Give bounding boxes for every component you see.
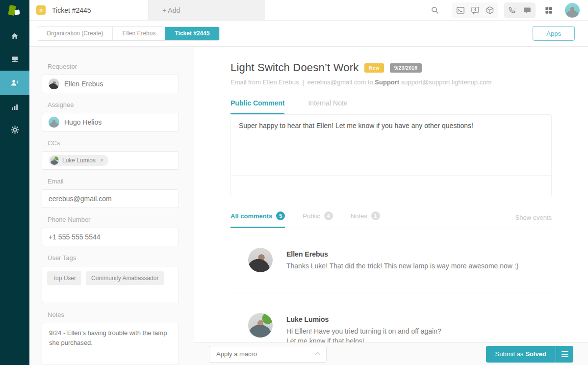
assignee-value: Hugo Helios xyxy=(64,118,102,126)
comment-item: Ellen Erebus Thanks Luke! That did the t… xyxy=(230,228,552,293)
date-badge: 9/23/2016 xyxy=(390,63,422,73)
ticket-content: Light Switch Doesn’t Work New 9/23/2016 … xyxy=(194,47,588,342)
add-tab-button[interactable]: + Add xyxy=(149,0,265,20)
apps-grid-icon xyxy=(544,6,553,15)
tab-note-comments[interactable]: Notes 1 xyxy=(351,211,380,228)
nav-home-button[interactable] xyxy=(0,25,29,48)
ticket-title: Light Switch Doesn’t Work xyxy=(230,61,358,74)
tab-public-comments[interactable]: Public 4 xyxy=(303,211,332,228)
email-label: Email xyxy=(48,178,179,185)
tab-internal-note[interactable]: Internal Note xyxy=(308,99,347,114)
search-icon xyxy=(431,6,439,15)
submit-options-button[interactable] xyxy=(556,346,573,363)
apps-grid-button[interactable] xyxy=(541,3,556,18)
nav-customers-button[interactable] xyxy=(0,71,29,95)
email-field[interactable]: eerebus@gmail.com xyxy=(42,189,179,208)
home-icon xyxy=(10,32,19,41)
comment-textarea[interactable]: Super happy to hear that Ellen! Let me k… xyxy=(231,115,551,175)
phone-button[interactable] xyxy=(505,3,520,18)
user-tags-label: User Tags xyxy=(48,254,179,261)
search-button[interactable] xyxy=(428,3,442,18)
menu-icon-bar xyxy=(562,356,568,357)
ticket-favicon: n xyxy=(36,5,46,15)
show-events-link[interactable]: Show events xyxy=(515,214,552,228)
add-tab-label: + Add xyxy=(162,6,180,14)
macro-select[interactable]: Apply a macro xyxy=(209,346,327,363)
package-icon xyxy=(486,6,494,15)
bolt-bubble-button[interactable] xyxy=(468,3,483,18)
comment-body: Luke Lumios Hi Ellen! Have you tried tur… xyxy=(286,313,441,342)
ticket-tab-label: Ticket #2445 xyxy=(52,6,91,14)
breadcrumb-user[interactable]: Ellen Erebus xyxy=(113,27,165,40)
user-avatar-button[interactable] xyxy=(565,3,580,18)
submit-status: Solved xyxy=(525,350,546,358)
assignee-field[interactable]: Hugo Helios xyxy=(42,113,179,131)
meta-address: eerebus@gmail.com to xyxy=(307,78,373,86)
breadcrumb-ticket[interactable]: Ticket #2445 xyxy=(165,27,219,40)
requestor-field[interactable]: Ellen Erebus xyxy=(42,75,179,93)
ccs-field[interactable]: Luke Lumios × xyxy=(42,151,179,170)
remove-cc-button[interactable]: × xyxy=(99,157,103,164)
zendesk-logo xyxy=(0,0,29,25)
package-button[interactable] xyxy=(483,3,497,18)
notes-value: 9/24 - Ellen’s having trouble with the l… xyxy=(49,328,172,348)
meta-support-address: support@support.lightenup.com xyxy=(401,78,491,86)
requestor-value: Ellen Erebus xyxy=(64,80,103,88)
cc-chip: Luke Lumios × xyxy=(49,155,108,166)
user-detail-panel: Requestor Ellen Erebus Assignee Hugo Hel… xyxy=(29,47,194,365)
ellen-avatar xyxy=(49,78,59,89)
comment-author: Luke Lumios xyxy=(286,315,441,323)
user-tags-field[interactable]: Top User Community Amabassador xyxy=(42,266,179,303)
comms-icon-group xyxy=(504,2,536,18)
tab-all-comments-label: All comments xyxy=(230,212,272,220)
all-comments-count-badge: 5 xyxy=(276,211,285,220)
chat-icon xyxy=(523,6,532,15)
nav-views-button[interactable] xyxy=(0,48,29,71)
nav-reports-button[interactable] xyxy=(0,95,29,118)
content-column: n Ticket #2445 + Add xyxy=(29,0,588,365)
comment-text: Thanks Luke! That did the trick! This ne… xyxy=(286,261,518,271)
breadcrumb-bar: Organization (Create) Ellen Erebus Ticke… xyxy=(29,21,588,47)
hugo-avatar xyxy=(49,117,59,128)
submit-prefix: Submit as xyxy=(495,350,524,358)
comment-item: Luke Lumios Hi Ellen! Have you tried tur… xyxy=(230,293,552,342)
chevron-up-icon xyxy=(315,352,320,357)
meta-support: Support xyxy=(375,78,399,86)
apps-button[interactable]: Apps xyxy=(533,26,575,41)
ticket-tab[interactable]: n Ticket #2445 xyxy=(29,0,149,20)
comment-text: Hi Ellen! Have you tried turning it on a… xyxy=(286,326,441,342)
public-count-badge: 4 xyxy=(324,211,333,220)
requestor-label: Requestor xyxy=(48,63,179,70)
tag-top-user: Top User xyxy=(47,271,81,285)
tools-icon-group xyxy=(452,2,498,18)
tab-public-comment[interactable]: Public Comment xyxy=(230,99,284,114)
menu-icon-bar xyxy=(562,354,568,355)
email-value: eerebus@gmail.com xyxy=(49,195,112,203)
comment-author: Ellen Erebus xyxy=(286,250,518,258)
editor-attachment-area[interactable] xyxy=(231,175,551,196)
tag-community-ambassador: Community Amabassador xyxy=(86,271,164,285)
comment-avatar-wrap xyxy=(230,313,273,342)
phone-field[interactable]: +1 555 555 5544 xyxy=(42,228,179,246)
assignee-label: Assignee xyxy=(48,101,179,108)
ellen-avatar-large xyxy=(248,248,273,272)
meta-separator: | xyxy=(302,78,304,86)
phone-value: +1 555 555 5544 xyxy=(49,233,101,241)
comment-body: Ellen Erebus Thanks Luke! That did the t… xyxy=(286,248,518,274)
phone-icon xyxy=(508,6,517,15)
breadcrumb-organization[interactable]: Organization (Create) xyxy=(37,27,113,40)
chat-button[interactable] xyxy=(520,3,535,18)
luke-avatar-large xyxy=(248,313,273,338)
submit-as-solved-button[interactable]: Submit as Solved xyxy=(486,346,556,363)
nav-settings-button[interactable] xyxy=(0,118,29,141)
notes-field[interactable]: 9/24 - Ellen’s having trouble with the l… xyxy=(42,323,179,365)
tab-all-comments[interactable]: All comments 5 xyxy=(230,211,285,228)
console-button[interactable] xyxy=(453,3,468,18)
notes-label: Notes xyxy=(48,311,179,318)
views-icon xyxy=(10,55,19,64)
reports-icon xyxy=(10,103,19,111)
editor-tabs: Public Comment Internal Note xyxy=(230,99,552,114)
logo-white-shape xyxy=(14,9,20,15)
top-bar: n Ticket #2445 + Add xyxy=(29,0,588,21)
ticket-main: Light Switch Doesn’t Work New 9/23/2016 … xyxy=(194,47,588,365)
